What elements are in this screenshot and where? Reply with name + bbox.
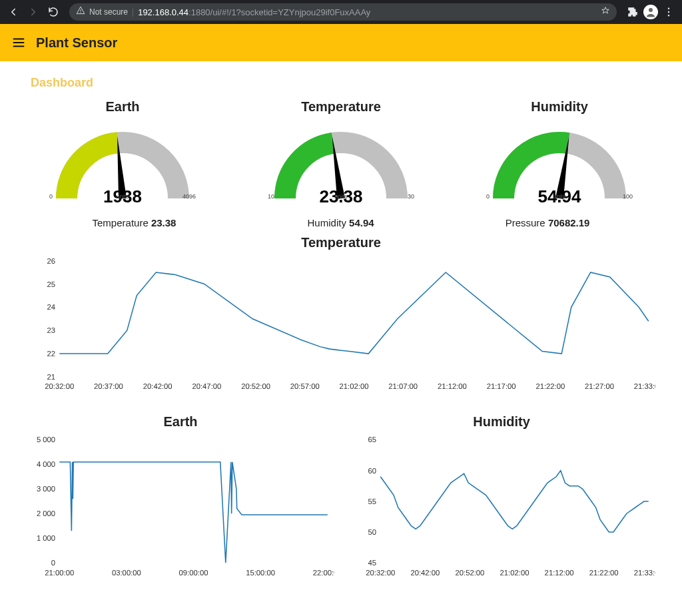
page-title: Plant Sensor — [36, 35, 117, 51]
gauge-title: Temperature — [301, 99, 381, 115]
kebab-menu-icon[interactable] — [661, 4, 677, 20]
svg-text:4 000: 4 000 — [37, 460, 55, 468]
svg-text:20:47:00: 20:47:00 — [192, 382, 221, 390]
dashboard-page: Dashboard Earth 1938 0 units 4096 Temper… — [0, 61, 682, 607]
gauge-max: 30 — [408, 193, 414, 200]
readout-pressure: Pressure 70682.19 — [506, 217, 590, 228]
chart-earth: Earth 01 0002 0003 0004 0005 00021:00:00… — [27, 410, 334, 587]
app-header: Plant Sensor — [0, 24, 682, 61]
gauge-dial: 54.94 — [480, 119, 639, 205]
gauge-max: 100 — [623, 193, 633, 200]
svg-text:21:00:00: 21:00:00 — [45, 569, 74, 577]
svg-text:21:12:00: 21:12:00 — [438, 382, 467, 390]
gauge-min: 10 — [268, 193, 274, 200]
url-text: 192.168.0.44:1880/ui/#!/1?socketid=YZYnj… — [138, 7, 370, 17]
svg-text:21:02:00: 21:02:00 — [340, 382, 369, 390]
svg-text:3 000: 3 000 — [37, 485, 55, 493]
svg-text:1 000: 1 000 — [37, 534, 55, 542]
svg-text:20:52:00: 20:52:00 — [241, 382, 270, 390]
chart-title: Earth — [27, 414, 334, 430]
svg-text:21: 21 — [47, 373, 56, 381]
back-button[interactable] — [5, 4, 21, 20]
avatar[interactable] — [643, 5, 658, 19]
forward-button[interactable] — [25, 4, 41, 20]
gauge-title: Earth — [105, 99, 139, 115]
svg-text:65: 65 — [368, 436, 377, 444]
svg-text:20:32:00: 20:32:00 — [366, 569, 395, 577]
svg-text:20:42:00: 20:42:00 — [410, 569, 440, 577]
svg-text:22:00:00: 22:00:00 — [313, 569, 334, 577]
gauge-temperature: Temperature 23.38 10 units 30 — [245, 95, 437, 200]
gauge-earth: Earth 1938 0 units 4096 — [27, 95, 218, 200]
separator: | — [132, 7, 134, 17]
readout-label: Humidity — [308, 217, 350, 228]
svg-text:21:27:00: 21:27:00 — [585, 382, 614, 390]
svg-text:20:32:00: 20:32:00 — [45, 382, 74, 390]
svg-text:21:22:00: 21:22:00 — [589, 569, 619, 577]
svg-text:25: 25 — [47, 280, 56, 288]
svg-text:22: 22 — [47, 350, 56, 358]
readout-label: Temperature — [93, 217, 151, 228]
chart-title: Humidity — [348, 414, 655, 430]
svg-point-5 — [668, 15, 669, 16]
bookmark-star-icon[interactable] — [601, 6, 610, 18]
svg-text:0: 0 — [51, 559, 55, 567]
security-text: Not secure — [89, 7, 128, 17]
svg-point-2 — [649, 8, 653, 12]
readout-value: 54.94 — [349, 217, 374, 228]
gauge-min: 0 — [486, 193, 490, 200]
reload-button[interactable] — [45, 4, 61, 20]
svg-text:60: 60 — [368, 467, 377, 475]
gauge-units: units — [334, 193, 347, 200]
chart-title: Temperature — [27, 235, 655, 250]
gauge-units: units — [553, 193, 565, 200]
readout-temperature: Temperature 23.38 — [93, 217, 176, 228]
gauges-row: Earth 1938 0 units 4096 Temperature 23.3… — [27, 95, 655, 200]
svg-text:20:42:00: 20:42:00 — [143, 382, 172, 390]
svg-text:20:52:00: 20:52:00 — [455, 569, 484, 577]
browser-chrome-bar: Not secure | 192.168.0.44:1880/ui/#!/1?s… — [0, 0, 682, 24]
readout-label: Pressure — [506, 217, 548, 228]
svg-point-4 — [668, 11, 669, 13]
svg-text:15:00:00: 15:00:00 — [246, 569, 275, 577]
svg-text:03:00:00: 03:00:00 — [112, 569, 141, 577]
svg-text:21:33:00: 21:33:00 — [634, 569, 655, 577]
chart-humidity: Humidity 455055606520:32:0020:42:0020:52… — [348, 410, 655, 587]
svg-text:45: 45 — [368, 559, 377, 567]
svg-text:50: 50 — [368, 528, 377, 536]
gauge-humidity: Humidity 54.94 0 units 100 — [464, 95, 655, 200]
readouts-row: Temperature 23.38 Humidity 54.94 Pressur… — [27, 217, 655, 228]
chart-canvas[interactable]: 455055606520:32:0020:42:0020:52:0021:02:… — [348, 431, 655, 584]
svg-point-3 — [668, 8, 669, 9]
url-path: :1880/ui/#!/1?socketid=YZYnjpou29if0FuxA… — [188, 7, 370, 17]
not-secure-icon — [76, 6, 85, 18]
gauge-min: 0 — [49, 193, 53, 200]
svg-text:21:07:00: 21:07:00 — [388, 382, 418, 390]
svg-text:24: 24 — [47, 303, 56, 311]
svg-text:5 000: 5 000 — [37, 436, 55, 444]
extensions-icon[interactable] — [625, 4, 641, 20]
chart-canvas[interactable]: 21222324252620:32:0020:37:0020:42:0020:4… — [27, 252, 655, 398]
chart-canvas[interactable]: 01 0002 0003 0004 0005 00021:00:0003:00:… — [27, 431, 334, 584]
address-bar[interactable]: Not secure | 192.168.0.44:1880/ui/#!/1?s… — [69, 3, 617, 21]
hamburger-menu-icon[interactable] — [11, 35, 27, 51]
svg-text:21:12:00: 21:12:00 — [545, 569, 574, 577]
gauge-dial: 23.38 — [261, 119, 421, 205]
url-host: 192.168.0.44 — [138, 7, 188, 17]
gauge-max: 4096 — [182, 193, 196, 200]
section-title: Dashboard — [31, 76, 655, 90]
svg-point-1 — [80, 12, 81, 13]
svg-text:26: 26 — [47, 257, 56, 265]
chart-temperature: Temperature 21222324252620:32:0020:37:00… — [27, 235, 655, 401]
svg-text:09:00:00: 09:00:00 — [179, 569, 208, 577]
svg-text:20:57:00: 20:57:00 — [290, 382, 320, 390]
readout-humidity: Humidity 54.94 — [308, 217, 374, 228]
svg-text:21:33:00: 21:33:00 — [634, 382, 655, 390]
readout-value: 23.38 — [151, 217, 176, 228]
gauge-title: Humidity — [531, 99, 588, 115]
svg-text:23: 23 — [47, 326, 56, 334]
gauge-units: units — [116, 193, 129, 200]
svg-text:21:02:00: 21:02:00 — [500, 569, 529, 577]
svg-text:20:37:00: 20:37:00 — [94, 382, 123, 390]
gauge-dial: 1938 — [43, 119, 202, 205]
